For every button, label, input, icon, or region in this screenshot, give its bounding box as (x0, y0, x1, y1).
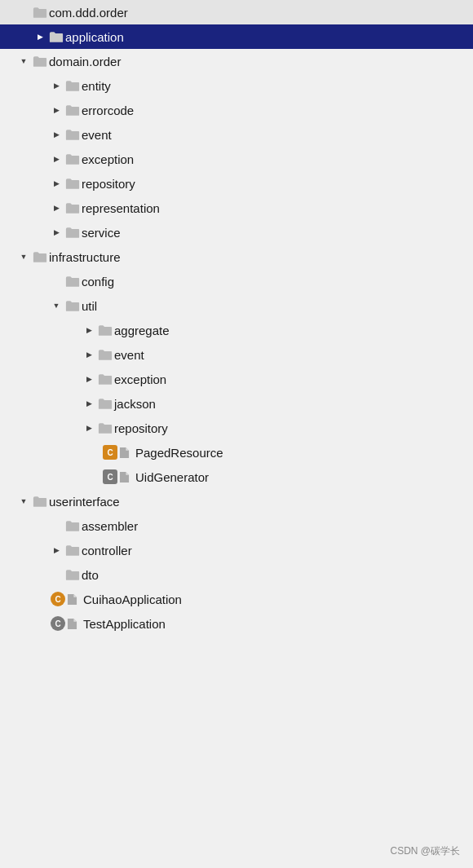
folder-icon-repository2 (96, 421, 114, 435)
folder-icon-repository (64, 176, 82, 191)
item-label-repository: repository (82, 177, 135, 191)
tree-item-repository[interactable]: repository (0, 171, 473, 196)
arrow-service[interactable] (49, 225, 64, 240)
folder-icon-service (64, 225, 82, 240)
tree-item-event2[interactable]: event (0, 342, 473, 367)
folder-icon-exception2 (96, 372, 114, 386)
arrow-domain-order[interactable] (16, 54, 31, 68)
arrow-event2[interactable] (82, 347, 96, 362)
item-label-PagedResource: PagedResource (135, 446, 223, 460)
file-icon-UidGenerator (119, 469, 135, 484)
file-tree: com.ddd.order application domain.order e… (0, 0, 473, 868)
tree-item-dto[interactable]: dto (0, 562, 473, 587)
item-label-jackson: jackson (114, 397, 156, 411)
tree-item-entity[interactable]: entity (0, 73, 473, 98)
file-icon-PagedResource (119, 445, 135, 460)
tree-item-TestApplication[interactable]: C TestApplication (0, 611, 473, 636)
item-label-exception2: exception (114, 372, 166, 386)
tree-item-domain-order[interactable]: domain.order (0, 49, 473, 73)
folder-icon-event2 (96, 347, 114, 362)
item-label-errorcode: errorcode (82, 104, 134, 117)
tree-item-config[interactable]: config (0, 269, 473, 293)
item-label-infrastructure: infrastructure (49, 250, 121, 264)
arrow-repository[interactable] (49, 176, 64, 191)
tree-item-jackson[interactable]: jackson (0, 391, 473, 416)
tree-item-errorcode[interactable]: errorcode (0, 98, 473, 122)
arrow-util[interactable] (49, 298, 64, 313)
item-label-CuihaoApplication: CuihaoApplication (83, 593, 182, 606)
item-label-event2: event (114, 348, 144, 362)
item-label-util: util (82, 299, 97, 313)
item-label-com-ddd-order: com.ddd.order (49, 6, 128, 20)
arrow-event[interactable] (49, 127, 64, 142)
item-label-UidGenerator: UidGenerator (135, 470, 209, 484)
arrow-application[interactable] (33, 29, 47, 44)
tree-item-userinterface[interactable]: userinterface (0, 489, 473, 513)
tree-item-exception[interactable]: exception (0, 147, 473, 171)
arrow-jackson[interactable] (82, 396, 96, 411)
arrow-repository2[interactable] (82, 421, 96, 435)
tree-item-UidGenerator[interactable]: C UidGenerator (0, 465, 473, 489)
arrow-userinterface[interactable] (16, 494, 31, 509)
item-label-userinterface: userinterface (49, 495, 120, 509)
arrow-aggregate[interactable] (82, 323, 96, 337)
folder-icon-representation (64, 200, 82, 215)
tree-item-CuihaoApplication[interactable]: C CuihaoApplication (0, 587, 473, 611)
folder-icon-errorcode (64, 103, 82, 117)
item-label-aggregate: aggregate (114, 324, 170, 337)
item-label-service: service (82, 226, 121, 240)
tree-item-util[interactable]: util (0, 293, 473, 318)
item-label-dto: dto (82, 568, 99, 582)
folder-icon-application (47, 29, 65, 44)
file-icon-CuihaoApplication (67, 592, 83, 606)
folder-icon-event (64, 127, 82, 142)
folder-icon-util (64, 298, 82, 313)
arrow-entity[interactable] (49, 78, 64, 93)
file-badge-TestApplication: C (51, 616, 65, 631)
watermark: CSDN @碳学长 (390, 844, 460, 858)
item-label-application: application (65, 30, 124, 44)
file-badge-CuihaoApplication: C (51, 592, 65, 606)
arrow-errorcode[interactable] (49, 103, 64, 117)
folder-icon-assembler (64, 518, 82, 533)
tree-item-exception2[interactable]: exception (0, 367, 473, 391)
folder-icon-domain-order (31, 54, 49, 68)
item-label-event: event (82, 128, 112, 142)
tree-item-application[interactable]: application (0, 24, 473, 49)
item-label-controller: controller (82, 544, 132, 557)
tree-item-service[interactable]: service (0, 220, 473, 245)
folder-icon-jackson (96, 396, 114, 411)
tree-item-infrastructure[interactable]: infrastructure (0, 245, 473, 269)
arrow-infrastructure[interactable] (16, 249, 31, 264)
folder-icon-userinterface (31, 494, 49, 509)
folder-icon-dto (64, 567, 82, 582)
folder-icon-controller (64, 543, 82, 557)
folder-icon-config (64, 274, 82, 289)
tree-item-controller[interactable]: controller (0, 538, 473, 562)
folder-icon-aggregate (96, 323, 114, 337)
arrow-exception[interactable] (49, 152, 64, 166)
tree-item-aggregate[interactable]: aggregate (0, 318, 473, 342)
folder-icon-exception (64, 152, 82, 166)
folder-icon-infrastructure (31, 249, 49, 264)
arrow-representation[interactable] (49, 200, 64, 215)
item-label-TestApplication: TestApplication (83, 617, 166, 631)
item-label-domain-order: domain.order (49, 55, 121, 68)
arrow-controller[interactable] (49, 543, 64, 557)
item-label-repository2: repository (114, 421, 168, 435)
arrow-exception2[interactable] (82, 372, 96, 386)
folder-icon-entity (64, 78, 82, 93)
tree-item-event[interactable]: event (0, 122, 473, 147)
folder-icon-com-ddd-order (31, 5, 49, 20)
file-icon-TestApplication (67, 616, 83, 631)
item-label-assembler: assembler (82, 519, 138, 533)
tree-item-com-ddd-order[interactable]: com.ddd.order (0, 0, 473, 24)
file-badge-UidGenerator: C (103, 469, 117, 484)
item-label-entity: entity (82, 79, 111, 93)
tree-item-PagedResource[interactable]: C PagedResource (0, 440, 473, 465)
tree-item-repository2[interactable]: repository (0, 416, 473, 440)
file-badge-PagedResource: C (103, 445, 117, 460)
tree-item-representation[interactable]: representation (0, 196, 473, 220)
tree-item-assembler[interactable]: assembler (0, 513, 473, 538)
item-label-representation: representation (82, 201, 160, 215)
